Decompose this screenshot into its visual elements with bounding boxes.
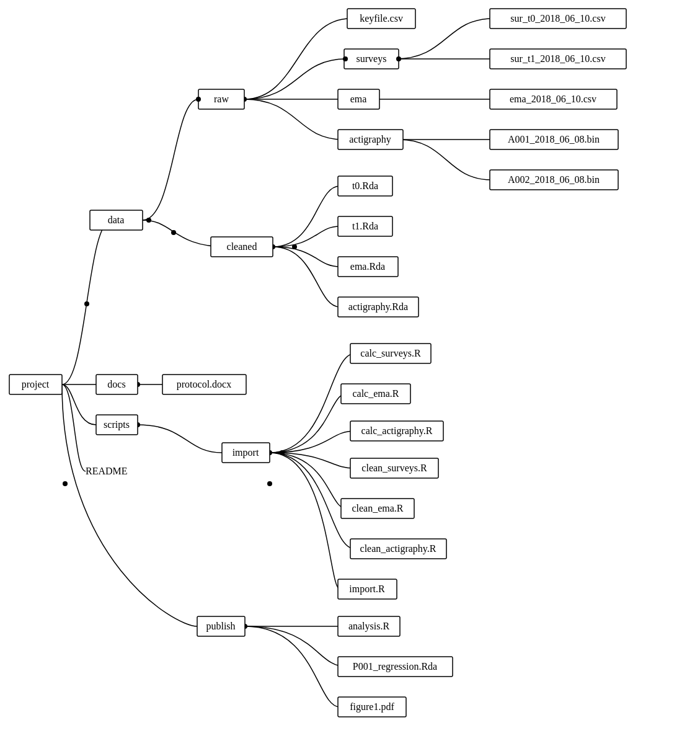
node-t1rda: t1.Rda (352, 221, 378, 231)
node-protocol: protocol.docx (177, 379, 231, 390)
svg-point-2 (171, 230, 176, 235)
node-cleaned: cleaned (227, 241, 257, 252)
svg-point-49 (343, 56, 348, 61)
node-surveys-raw: surveys (357, 53, 387, 64)
node-calc-actigraphy: calc_actigraphy.R (361, 425, 433, 437)
tree-diagram: project data docs scripts README raw cle… (0, 0, 700, 746)
node-ema-raw: ema (350, 94, 367, 104)
node-publish: publish (206, 621, 235, 632)
node-calc-surveys: calc_surveys.R (360, 348, 421, 359)
svg-point-11 (292, 244, 297, 249)
node-sur-t1: sur_t1_2018_06_10.csv (510, 53, 605, 64)
svg-point-50 (396, 56, 401, 61)
node-actigraphy-raw: actigraphy (349, 134, 391, 145)
svg-point-48 (196, 97, 201, 102)
node-ema-csv: ema_2018_06_10.csv (510, 94, 596, 104)
node-figure1: figure1.pdf (350, 701, 394, 713)
node-p001: P001_regression.Rda (353, 661, 437, 672)
node-t0rda: t0.Rda (352, 180, 378, 191)
node-data: data (108, 215, 125, 225)
node-analysis: analysis.R (348, 621, 390, 632)
svg-point-0 (84, 301, 89, 306)
svg-point-14 (267, 481, 272, 486)
svg-point-5 (63, 481, 68, 486)
node-actigraphy-rda: actigraphy.Rda (348, 301, 408, 313)
node-import: import (233, 447, 259, 458)
node-clean-actigraphy: clean_actigraphy.R (360, 543, 436, 554)
node-emarda: ema.Rda (350, 261, 385, 272)
node-keyfile: keyfile.csv (360, 13, 403, 24)
node-clean-ema: clean_ema.R (352, 503, 403, 513)
node-clean-surveys: clean_surveys.R (361, 463, 427, 474)
node-raw: raw (214, 94, 229, 104)
node-a001: A001_2018_06_08.bin (508, 134, 600, 144)
node-project: project (22, 379, 50, 390)
node-a002: A002_2018_06_08.bin (508, 174, 600, 185)
node-readme: README (86, 466, 128, 476)
node-scripts: scripts (104, 419, 130, 430)
node-sur-t0: sur_t0_2018_06_10.csv (510, 13, 605, 24)
node-docs: docs (107, 379, 125, 389)
node-calc-ema: calc_ema.R (352, 388, 399, 399)
node-import-r: import.R (349, 584, 385, 595)
